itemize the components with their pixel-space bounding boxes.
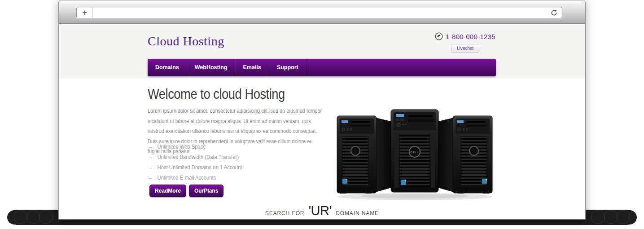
main-nav: Domains WebHosting Emails Support — [148, 59, 496, 76]
arrow-right-icon: → — [148, 175, 153, 181]
nav-item-webhosting[interactable]: WebHosting — [187, 59, 236, 76]
url-input[interactable] — [93, 7, 546, 18]
reload-button[interactable] — [546, 7, 562, 18]
site-page: Cloud Hosting 1-800-000-1235 — [59, 24, 585, 220]
search-banner: SEARCH FOR'UR'DOMAIN NAME — [59, 203, 585, 218]
server-tower-center: DELL — [391, 110, 438, 192]
phone-icon — [435, 32, 443, 40]
feature-label: Unlimited Bandwidth (Data Transfer) — [158, 154, 239, 160]
feature-label: Host Unlimited Domains on 1 Account — [158, 164, 242, 171]
arrow-right-icon: → — [148, 144, 153, 150]
search-banner-prefix: SEARCH FOR — [265, 210, 305, 216]
search-banner-highlight: 'UR' — [309, 203, 332, 218]
contact-block: 1-800-000-1235 Livechat — [435, 32, 495, 53]
dell-logo-text: DELL — [411, 151, 419, 154]
phone-number[interactable]: 1-800-000-1235 — [446, 33, 495, 40]
feature-label: Unlimited E-mail Accounts — [158, 175, 216, 181]
site-logo[interactable]: Cloud Hosting — [148, 34, 224, 48]
arrow-right-icon: → — [148, 154, 153, 160]
browser-chrome: + — [59, 0, 585, 24]
feature-item: → Host Unlimited Domains on 1 Account — [148, 163, 242, 173]
server-tower-left — [337, 116, 394, 194]
feature-item: → Unlimited Web Space — [148, 142, 242, 152]
readmore-button[interactable]: ReadMore — [149, 185, 186, 197]
server-towers-image: DELL — [333, 108, 496, 201]
feature-item: → Unlimited E-mail Accounts — [148, 173, 242, 183]
page-title: Welcome to cloud Hosting — [148, 86, 285, 102]
phone-row: 1-800-000-1235 — [435, 32, 495, 40]
livechat-button[interactable]: Livechat — [451, 44, 479, 53]
arrow-right-icon: → — [148, 164, 153, 171]
screenshot-canvas: + Cloud Hosting — [0, 0, 644, 229]
site-header: Cloud Hosting 1-800-000-1235 — [59, 24, 585, 78]
nav-item-support[interactable]: Support — [269, 59, 307, 76]
search-banner-suffix: DOMAIN NAME — [336, 210, 379, 216]
ourplans-button[interactable]: OurPlans — [189, 185, 223, 197]
nav-item-domains[interactable]: Domains — [148, 59, 187, 76]
feature-list: → Unlimited Web Space → Unlimited Bandwi… — [148, 142, 253, 183]
cta-row: ReadMore OurPlans — [149, 185, 223, 197]
feature-label: Unlimited Web Space — [158, 144, 206, 150]
url-bar: + — [76, 7, 562, 18]
feature-item: → Unlimited Bandwidth (Data Transfer) — [148, 152, 242, 163]
reload-icon — [551, 9, 557, 16]
server-tower-right — [435, 116, 492, 194]
new-tab-button[interactable]: + — [77, 7, 93, 18]
nav-item-emails[interactable]: Emails — [235, 59, 269, 76]
browser-window: + Cloud Hosting — [58, 0, 586, 220]
